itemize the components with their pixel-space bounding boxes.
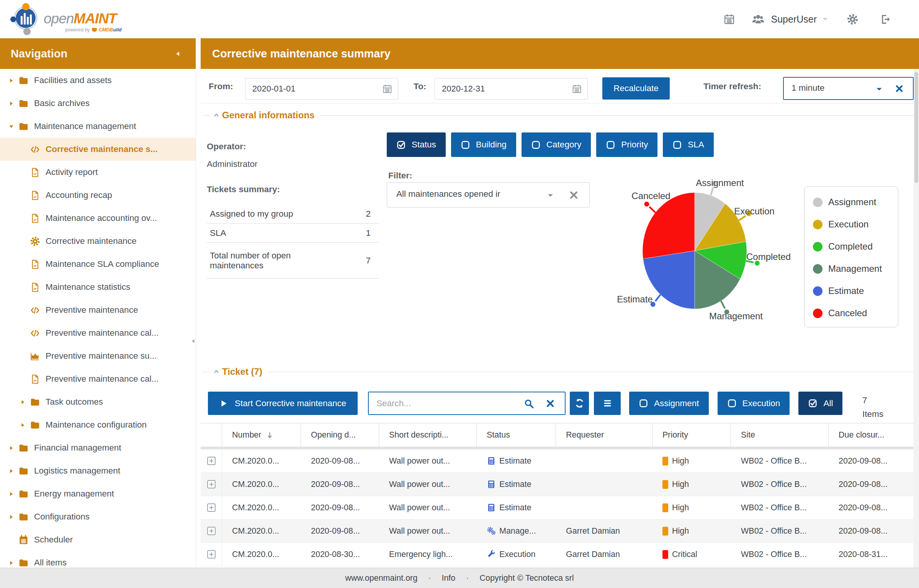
unchecked-checkbox-icon xyxy=(727,399,737,408)
row-expand-button[interactable] xyxy=(201,473,222,496)
table-row[interactable]: CM.2020.0...2020-09-08...Wall power out.… xyxy=(201,496,919,519)
footer-info-link[interactable]: Info xyxy=(442,573,455,583)
row-expand-button[interactable] xyxy=(201,496,222,519)
sidebar-item-logistics-management[interactable]: Logistics management xyxy=(0,459,196,482)
refresh-button[interactable] xyxy=(570,392,589,415)
sidebar-item-task-outcomes[interactable]: Task outcomes xyxy=(0,390,196,413)
sidebar-item-preventive-maintenance-cal[interactable]: Preventive maintenance cal... xyxy=(0,368,196,390)
chevron-down-icon[interactable] xyxy=(8,124,18,129)
priority-toggle-button[interactable]: Priority xyxy=(596,132,657,157)
calendar-icon[interactable] xyxy=(723,13,735,25)
footer-site-link[interactable]: www.openmaint.org xyxy=(345,573,417,583)
section-title: General informations xyxy=(222,110,314,121)
summary-row-sla: SLA1 xyxy=(207,224,379,243)
sidebar-item-label: Activity report xyxy=(46,167,98,177)
chevron-right-icon[interactable] xyxy=(8,514,18,520)
execution-toggle-button[interactable]: Execution xyxy=(718,392,790,415)
ticket-section-header[interactable]: Ticket (7) xyxy=(203,366,916,377)
settings-gear-icon[interactable] xyxy=(847,13,858,25)
general-informations-section-header[interactable]: General informations xyxy=(203,109,916,121)
panel-resize-handle[interactable] xyxy=(190,335,196,347)
sidebar-item-maintenance-management[interactable]: Maintenance management xyxy=(0,115,196,138)
sidebar-item-corrective-maintenance-s[interactable]: Corrective maintenance s... xyxy=(0,138,196,161)
all-toggle-button[interactable]: All xyxy=(798,392,842,415)
scrollbar-thumb[interactable] xyxy=(914,72,918,183)
sidebar-item-preventive-maintenance-su[interactable]: Preventive maintenance su... xyxy=(0,345,196,368)
collapse-caret-icon[interactable] xyxy=(213,368,220,375)
sidebar-collapse-icon[interactable] xyxy=(175,51,181,57)
table-row[interactable]: CM.2020.0...2020-09-08...Wall power out.… xyxy=(201,449,919,473)
sidebar-item-maintenance-accounting-ov[interactable]: Maintenance accounting ov... xyxy=(0,207,196,230)
chevron-right-icon[interactable] xyxy=(8,560,18,566)
column-header-priority[interactable]: Priority xyxy=(652,423,731,447)
filter-clear-icon[interactable] xyxy=(569,190,579,200)
priority-badge xyxy=(662,527,668,536)
status-toggle-button[interactable]: Status xyxy=(387,132,446,157)
summary-label: Total number of open maintenances xyxy=(210,251,336,271)
column-header-requester[interactable]: Requester xyxy=(556,423,652,447)
assignment-toggle-button[interactable]: Assignment xyxy=(629,392,709,415)
chevron-right-icon[interactable] xyxy=(20,399,30,405)
table-row[interactable]: CM.2020.0...2020-09-08...Wall power out.… xyxy=(201,473,919,496)
chevron-down-icon[interactable] xyxy=(875,85,883,93)
row-expand-button[interactable] xyxy=(201,449,222,472)
timer-clear-icon[interactable] xyxy=(895,84,904,93)
sidebar-item-accounting-recap[interactable]: Accounting recap xyxy=(0,184,196,207)
maintenance-filter-select[interactable]: All maintenances opened ir xyxy=(387,182,590,207)
sidebar-item-label: Maintenance SLA compliance xyxy=(46,259,159,269)
timer-refresh-select[interactable]: 1 minute xyxy=(783,77,914,100)
unchecked-checkbox-icon xyxy=(606,140,615,150)
sidebar-item-facilities-and-assets[interactable]: Facilities and assets xyxy=(0,69,196,92)
column-header-due-closur[interactable]: Due closur... xyxy=(829,423,919,447)
column-header-opening-d[interactable]: Opening d... xyxy=(301,423,379,447)
from-date-input[interactable] xyxy=(245,78,368,99)
brand-logo[interactable]: openMAINT powered by CMDBuild xyxy=(10,3,121,35)
row-expand-button[interactable] xyxy=(201,519,222,542)
search-icon[interactable] xyxy=(524,399,534,409)
sidebar-item-preventive-maintenance-cal[interactable]: Preventive maintenance cal... xyxy=(0,322,196,345)
sidebar-item-maintenance-sla-compliance[interactable]: Maintenance SLA compliance xyxy=(0,253,196,276)
chevron-right-icon[interactable] xyxy=(8,491,18,497)
to-date-input[interactable] xyxy=(435,78,558,99)
recalculate-button[interactable]: Recalculate xyxy=(602,77,670,100)
calendar-icon[interactable] xyxy=(382,84,392,94)
sidebar-item-scheduler[interactable]: Scheduler xyxy=(0,528,196,551)
sidebar-item-energy-management[interactable]: Energy management xyxy=(0,482,196,505)
summary-value: 2 xyxy=(366,209,371,219)
sla-toggle-button[interactable]: SLA xyxy=(663,132,714,157)
sidebar-item-corrective-maintenance[interactable]: Corrective maintenance xyxy=(0,230,196,253)
folder-icon xyxy=(18,512,29,522)
column-header-site[interactable]: Site xyxy=(731,423,829,447)
sidebar-item-configurations[interactable]: Configurations xyxy=(0,505,196,528)
column-header-expand[interactable] xyxy=(201,423,222,447)
collapse-caret-icon[interactable] xyxy=(213,112,220,119)
user-menu[interactable]: SuperUser xyxy=(771,14,829,25)
column-header-status[interactable]: Status xyxy=(477,423,556,447)
chevron-right-icon[interactable] xyxy=(20,422,30,428)
building-toggle-button[interactable]: Building xyxy=(451,132,516,157)
table-row[interactable]: CM.2020.0...2020-09-08...Wall power out.… xyxy=(201,519,919,543)
sidebar-item-maintenance-configuration[interactable]: Maintenance configuration xyxy=(0,413,196,436)
users-icon[interactable] xyxy=(751,12,765,26)
sidebar-item-basic-archives[interactable]: Basic archives xyxy=(0,92,196,115)
row-expand-button[interactable] xyxy=(201,543,222,566)
table-row[interactable]: CM.2020.0...2020-08-30...Emergency ligh.… xyxy=(201,543,919,566)
chevron-right-icon[interactable] xyxy=(8,101,18,106)
category-toggle-button[interactable]: Category xyxy=(522,132,591,157)
sidebar-item-maintenance-statistics[interactable]: Maintenance statistics xyxy=(0,276,196,299)
calendar-icon[interactable] xyxy=(572,84,582,94)
start-corrective-maintenance-button[interactable]: Start Corrective maintenance xyxy=(208,392,358,415)
chevron-right-icon[interactable] xyxy=(8,78,18,83)
column-header-short-descripti[interactable]: Short descripti... xyxy=(379,423,477,447)
chevron-down-icon[interactable] xyxy=(547,192,554,199)
sidebar-item-financial-management[interactable]: Financial management xyxy=(0,436,196,459)
search-clear-icon[interactable] xyxy=(546,399,555,408)
chevron-right-icon[interactable] xyxy=(8,468,18,474)
logout-icon[interactable] xyxy=(880,13,891,25)
column-header-number[interactable]: Number xyxy=(222,423,301,447)
table-menu-button[interactable] xyxy=(594,392,621,415)
sidebar-item-preventive-maintenance[interactable]: Preventive maintenance xyxy=(0,299,196,322)
search-input[interactable] xyxy=(369,392,503,414)
chevron-right-icon[interactable] xyxy=(8,445,18,451)
sidebar-item-activity-report[interactable]: Activity report xyxy=(0,161,196,184)
